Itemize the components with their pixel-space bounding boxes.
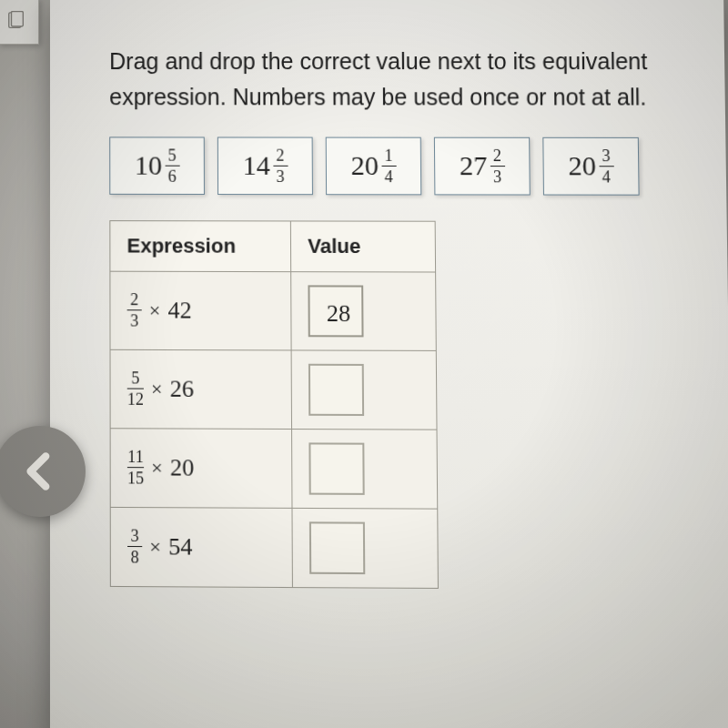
value-cell: [291, 349, 437, 429]
value-cell: [292, 429, 438, 509]
chevron-left-icon: [17, 449, 63, 494]
expression-cell: 38×54: [110, 507, 292, 587]
page-icon: [6, 11, 26, 31]
value-cell: [292, 508, 438, 588]
drop-slot[interactable]: [309, 521, 365, 574]
header-expression: Expression: [110, 220, 291, 271]
instructions-line-1: Drag and drop the correct value next to …: [109, 48, 647, 74]
table-row: 23×42 28: [110, 271, 436, 350]
header-value: Value: [290, 220, 435, 271]
answer-tile[interactable]: 1423: [217, 136, 313, 195]
svg-rect-1: [12, 11, 24, 26]
answer-tile[interactable]: 2723: [434, 136, 531, 195]
expression-table: Expression Value 23×42 28 512×26 1115×20: [109, 220, 439, 589]
page-corner-tab: ×: [0, 0, 39, 45]
answer-tile[interactable]: 2034: [542, 136, 639, 195]
answer-tile[interactable]: 2014: [326, 136, 422, 195]
expression-cell: 23×42: [110, 271, 291, 350]
drop-slot[interactable]: [308, 442, 364, 495]
drop-slot[interactable]: [308, 363, 364, 415]
expression-cell: 512×26: [110, 349, 292, 429]
draggable-tiles-row: 10561423201427232034: [109, 136, 680, 195]
instructions-text: Drag and drop the correct value next to …: [109, 44, 679, 115]
drop-slot[interactable]: 28: [308, 285, 363, 337]
value-cell: 28: [291, 271, 437, 350]
table-row: 1115×20: [110, 428, 438, 508]
worksheet-page: Drag and drop the correct value next to …: [50, 0, 728, 728]
instructions-line-2: expression. Numbers may be used once or …: [109, 84, 646, 109]
expression-cell: 1115×20: [110, 428, 292, 508]
answer-tile[interactable]: 1056: [109, 136, 205, 195]
table-row: 512×26: [110, 349, 437, 430]
table-row: 38×54: [110, 507, 438, 588]
